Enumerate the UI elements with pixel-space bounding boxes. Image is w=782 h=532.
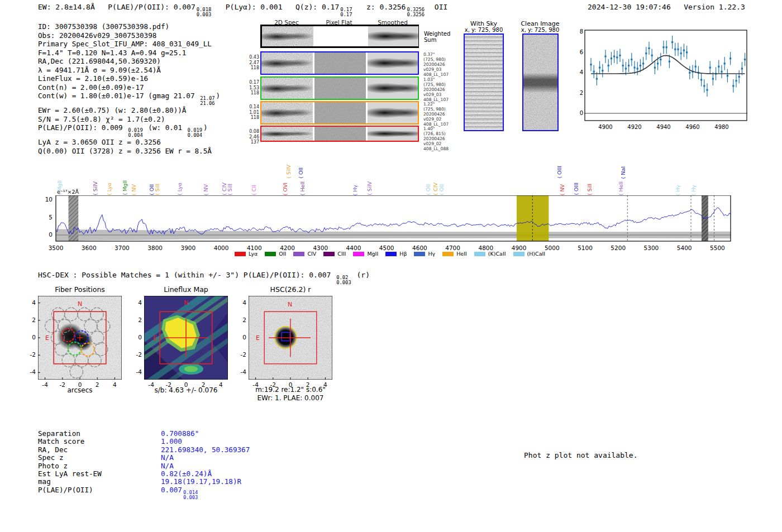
main-plot-xtick: 5400 <box>672 245 697 251</box>
cutout-ytick: 4 <box>234 299 246 306</box>
main-plot-xtick: 5500 <box>705 245 729 251</box>
spec2d-row: 0.082.461371.40"(726, 815)20200426v029_0… <box>260 126 419 142</box>
match-table-row: Match score1.000 <box>38 438 250 445</box>
cutout-xtick: 4 <box>108 381 121 388</box>
info-line: P(LAE)/P(OII): 0.009 0.0190.004 (w: 0.01… <box>38 123 220 138</box>
legend-label: CIII <box>337 251 346 257</box>
legend-label: Lyα <box>249 251 258 257</box>
cutout-ytick: 2 <box>234 317 246 323</box>
spec2d-strip <box>368 78 418 99</box>
emission-line-label: ( NV <box>131 184 137 195</box>
cutout-xtick: 2 <box>301 381 314 388</box>
match-table-row: Est LyA rest-EW0.82(±0.24)Å <box>38 470 250 478</box>
main-plot-xtick: 5200 <box>606 245 631 251</box>
emission-line-label: ( Hγ <box>675 185 681 196</box>
legend-label: Hγ <box>428 251 435 257</box>
info-line: RA,Dec (221.698044,50.369320) <box>38 57 220 66</box>
main-plot-xtick: 3800 <box>143 245 168 251</box>
report-version: Version 1.22.3 <box>684 3 745 11</box>
spec2d-panel: 2D SpecPixel FlatSmoothedWeightedSum0.43… <box>260 19 450 145</box>
clean-image <box>522 33 559 131</box>
header-z-stack: 0.32560.3256 <box>406 7 426 17</box>
hsc-dex-match-line: HSC-DEX : Possible Matches = 1 (within +… <box>38 271 370 285</box>
compass-east-label: E <box>256 334 260 342</box>
info-line: ID: 3007530398 (3007530398.pdf) <box>38 22 220 31</box>
emission-line-label: ( NV <box>203 184 209 195</box>
header-plya: P(Lyα): 0.001 <box>226 3 283 11</box>
fit-plot-xtick: 4960 <box>681 124 704 130</box>
cutout-xtick: 4 <box>318 381 332 388</box>
match-table: Separation0.700886"Match score1.000RA, D… <box>38 430 250 500</box>
match-row-value: 19.18(19.17,19.18)R <box>161 477 241 486</box>
cutout-ytick: 4 <box>23 299 36 306</box>
detection-info-block: ID: 3007530398 (3007530398.pdf)Obs: 2020… <box>38 22 220 155</box>
fit-plot-xtick: 4920 <box>623 124 646 130</box>
cutout-ytick: 4 <box>130 299 142 306</box>
header-qz-label: Q(z): <box>295 3 322 11</box>
match-row-label: RA, Dec <box>38 446 161 454</box>
match-row-label: Match score <box>38 438 161 445</box>
header-z-label: z: <box>366 3 379 11</box>
emission-line-label: ( HeII <box>300 181 306 195</box>
info-line: λ = 4941.71Å σ = 9.09(±2.54)Å <box>38 66 220 75</box>
cutout-xtick: 0 <box>284 381 297 388</box>
emission-line-label: ( CII <box>251 185 257 195</box>
main-plot-xtick: 3900 <box>176 245 201 251</box>
emission-line-label: ( SiIV <box>93 181 98 195</box>
emission-line-label: ( Lyα <box>107 183 112 195</box>
legend-item: (K)CaII <box>474 251 506 257</box>
fit-plot-ytick: 0 <box>576 110 583 116</box>
emission-line-label: ( MgII <box>122 180 128 195</box>
info-line: Primary Spec_Slot_IFU_AMP: 408_031_049_L… <box>38 40 220 49</box>
legend-swatch <box>474 252 485 256</box>
legend-swatch <box>353 252 364 256</box>
fit-plot-xtick: 4940 <box>652 124 675 130</box>
match-table-row: Photo zN/A <box>38 462 250 470</box>
emission-line-label: ( OII <box>426 184 431 195</box>
cutout-xtick: -4 <box>249 381 263 388</box>
info-line: EWr = 2.60(±0.75) (w: 2.80(±0.80))Å <box>38 106 220 115</box>
cutout-ytick: 0 <box>130 334 142 341</box>
main-plot-xtick: 3700 <box>109 245 134 251</box>
main-plot-xtick: 4100 <box>242 245 266 251</box>
header-line-id: OII <box>435 3 447 11</box>
fit-plot-ytick: 8 <box>576 28 583 35</box>
with-sky-image <box>464 33 504 131</box>
cutout-ytick: -2 <box>23 351 36 358</box>
spec2d-strip <box>261 52 313 74</box>
legend-item: (H)CaII <box>513 251 546 257</box>
main-plot-ytick: 5 <box>39 214 53 221</box>
fit-plot-xtick: 4900 <box>594 124 617 130</box>
cutout-xtick: -2 <box>266 381 280 388</box>
info-line: LyA z = 3.0650 OII z = 0.3256 <box>38 138 220 147</box>
spec2d-row-left-labels: 0.082.46137 <box>241 129 259 145</box>
line-fit-plot: e⁻¹⁷×2Å 0246849004920494049604980 <box>576 28 751 136</box>
match-row-value: 1.000 <box>161 437 182 445</box>
info-line: Cont(n) = 2.00(±0.09)e-17 <box>38 83 220 92</box>
fiber-positions-title: Fiber Positions <box>55 285 105 294</box>
legend-swatch <box>513 252 524 256</box>
main-plot-xtick: 5300 <box>639 245 664 251</box>
spec2d-row: 0.141.011181.22"(725, 980)20200426v029_0… <box>260 101 419 124</box>
emission-line-label: ( SiII <box>587 184 593 195</box>
cutout-xtick: 0 <box>73 381 87 388</box>
cutout-xtick: -4 <box>39 381 52 388</box>
main-plot-xtick: 4700 <box>441 245 465 251</box>
info-line: F=1.4" T=0.120 N=1.43 A=0.94 g=25.1 <box>38 49 220 57</box>
match-table-row: RA, Dec221.698340, 50.369367 <box>38 446 250 454</box>
spec2d-strip <box>368 102 418 123</box>
emission-line-label: ( MgII <box>57 180 63 195</box>
legend-label: OII <box>279 251 286 257</box>
spec2d-strip <box>314 102 366 123</box>
match-row-label: Spec z <box>38 454 161 462</box>
legend-label: Hβ <box>399 251 407 257</box>
emission-line-label: ( Hγ <box>352 185 358 196</box>
main-plot-xtick: 4300 <box>308 245 333 251</box>
main-plot-xtick: 5000 <box>540 245 564 251</box>
legend-swatch <box>414 252 425 256</box>
emission-line-label: ( SiII <box>227 184 233 195</box>
match-table-row: Separation0.700886" <box>38 430 250 438</box>
match-row-label: Est LyA rest-EW <box>38 470 161 478</box>
compass-north-label: N <box>78 300 82 308</box>
spec2d-row-right-labels: 1.03"(725, 980)20200426v029_03408_LL_107 <box>423 77 457 102</box>
